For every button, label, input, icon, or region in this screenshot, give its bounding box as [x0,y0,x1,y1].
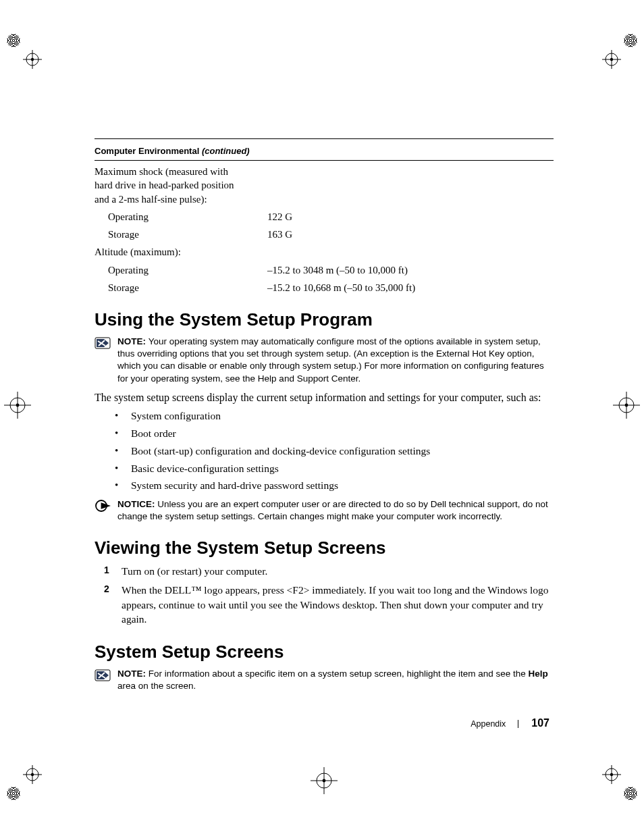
step-text: When the DELL™ logo appears, press <F2> … [122,584,549,625]
note-lead: NOTE: [117,336,149,346]
cell-value: 122 G [267,210,554,224]
list-item: System configuration [95,409,554,423]
registration-mark-icon [4,392,31,421]
note-icon [95,337,112,385]
cell-label: Storage [95,281,267,294]
list-item: 2When the DELL™ logo appears, press <F2>… [95,583,554,627]
footer-section: Appendix [471,719,506,729]
row-alt-label: Altitude (maximum): [95,245,554,259]
notice-lead: NOTICE: [117,499,157,509]
numbered-steps: 1Turn on (or restart) your computer. 2Wh… [95,564,554,627]
step-number: 1 [104,564,109,577]
heading-system-setup-screens: System Setup Screens [95,642,554,662]
cell-label: Operating [95,210,267,224]
svg-point-18 [610,773,613,776]
note-icon [95,669,112,692]
note-body: NOTE: For information about a specific i… [117,668,554,692]
notice-text: Unless you are an expert computer user o… [117,499,548,521]
note-lead: NOTE: [117,669,149,679]
note-callout: NOTE: For information about a specific i… [95,668,554,692]
notice-body: NOTICE: Unless you are an expert compute… [117,498,554,523]
cell-label: Maximum shock (measured with hard drive … [95,165,254,206]
cell-label: Altitude (maximum): [95,245,254,259]
page-footer: Appendix 107 [471,717,549,729]
note-callout: NOTE: Your operating system may automati… [95,336,554,385]
list-item: Boot (start-up) configuration and dockin… [95,444,554,459]
note-help: Help [529,669,548,679]
table-rule-top [95,138,554,139]
cell-value: –15.2 to 3048 m (–50 to 10,000 ft) [267,263,554,277]
footer-page-number: 107 [531,717,549,729]
notice-icon [95,500,112,523]
note-text-b: area on the screen. [117,681,196,691]
heading-using-system-setup: Using the System Setup Program [95,309,554,330]
registration-mark-icon [311,767,338,797]
registration-mark-icon [7,765,42,800]
table-header-b: (continued) [202,146,250,156]
svg-point-14 [31,773,34,776]
note-text-a: For information about a specific item on… [149,669,529,679]
row-shock-storage: Storage 163 G [95,228,554,241]
row-alt-storage: Storage –15.2 to 10,668 m (–50 to 35,000… [95,281,554,294]
cell-value: –15.2 to 10,668 m (–50 to 35,000 ft) [267,281,554,294]
svg-point-6 [31,58,34,61]
intro-paragraph: The system setup screens display the cur… [95,390,554,405]
cell-label: Operating [95,263,267,277]
list-item: System security and hard-drive password … [95,478,554,493]
notice-callout: NOTICE: Unless you are an expert compute… [95,498,554,523]
footer-separator [518,720,518,728]
svg-point-30 [323,779,326,783]
row-alt-operating: Operating –15.2 to 3048 m (–50 to 10,000… [95,263,554,277]
step-number: 2 [104,583,109,596]
cell-label: Storage [95,228,267,241]
row-shock-operating: Operating 122 G [95,210,554,224]
table-header-a: Computer Environmental [95,146,202,156]
note-hotkey: External Hot Key [436,348,504,359]
svg-point-22 [16,404,20,407]
step-text: Turn on (or restart) your computer. [122,565,267,577]
heading-viewing-screens: Viewing the System Setup Screens [95,538,554,558]
page-content: Computer Environmental (continued) Maxim… [95,138,554,698]
note-body: NOTE: Your operating system may automati… [117,336,554,385]
registration-mark-icon [7,34,42,69]
list-item: Boot order [95,426,554,441]
registration-mark-icon [613,392,640,421]
registration-mark-icon [602,34,637,69]
row-shock-label: Maximum shock (measured with hard drive … [95,165,554,206]
svg-point-26 [625,404,628,407]
svg-point-10 [610,58,613,61]
list-item: Basic device-configuration settings [95,461,554,476]
table-header: Computer Environmental (continued) [95,142,554,161]
registration-mark-icon [602,765,637,800]
cell-value: 163 G [267,228,554,241]
list-item: 1Turn on (or restart) your computer. [95,564,554,579]
bullet-list: System configuration Boot order Boot (st… [95,409,554,492]
